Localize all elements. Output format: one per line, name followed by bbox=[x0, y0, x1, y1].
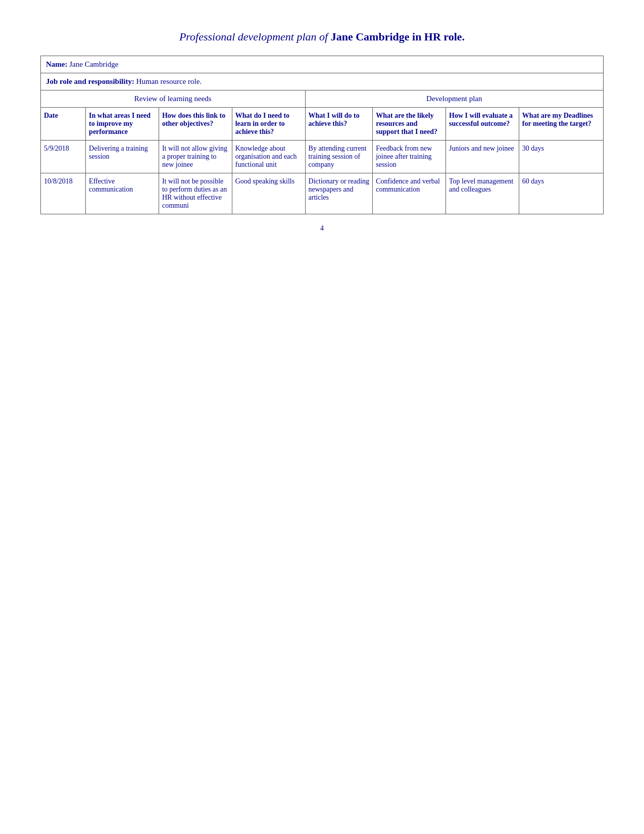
page-number: 4 bbox=[40, 224, 604, 233]
title-italic: Professional development plan of bbox=[179, 30, 328, 43]
section-header-row: Review of learning needs Development pla… bbox=[41, 90, 604, 108]
name-cell: Name: Jane Cambridge bbox=[41, 56, 604, 73]
row2-how-link: It will not be possible to perform dutie… bbox=[159, 173, 232, 214]
row1-areas: Delivering a training session bbox=[86, 141, 159, 173]
row2-what-achieve: Dictionary or reading newspapers and art… bbox=[305, 173, 373, 214]
row2-areas: Effective communication bbox=[86, 173, 159, 214]
row1-date: 5/9/2018 bbox=[41, 141, 86, 173]
row1-what-learn: Knowledge about organisation and each fu… bbox=[232, 141, 305, 173]
row2-resources: Confidence and verbal communication bbox=[373, 173, 446, 214]
col-header-deadlines: What are my Deadlines for meeting the ta… bbox=[519, 108, 603, 141]
row2-deadlines: 60 days bbox=[519, 173, 603, 214]
job-role-cell: Job role and responsibility: Human resou… bbox=[41, 73, 604, 90]
job-role-label: Job role and responsibility: bbox=[46, 77, 134, 85]
page-title: Professional development plan of Jane Ca… bbox=[40, 30, 604, 43]
review-header: Review of learning needs bbox=[41, 90, 306, 108]
row2-date: 10/8/2018 bbox=[41, 173, 86, 214]
job-role-row: Job role and responsibility: Human resou… bbox=[41, 73, 604, 90]
col-header-how-eval: How I will evaluate a successful outcome… bbox=[446, 108, 519, 141]
row1-resources: Feedback from new joinee after training … bbox=[373, 141, 446, 173]
col-header-date: Date bbox=[41, 108, 86, 141]
row1-deadlines: 30 days bbox=[519, 141, 603, 173]
table-row: 5/9/2018 Delivering a training session I… bbox=[41, 141, 604, 173]
col-header-what-learn: What do I need to learn in order to achi… bbox=[232, 108, 305, 141]
col-header-what-achieve: What I will do to achieve this? bbox=[305, 108, 373, 141]
row1-what-achieve: By attending current training session of… bbox=[305, 141, 373, 173]
main-table: Name: Jane Cambridge Job role and respon… bbox=[40, 56, 604, 214]
name-value: Jane Cambridge bbox=[69, 60, 118, 68]
col-header-row: Date In what areas I need to improve my … bbox=[41, 108, 604, 141]
job-role-value: Human resource role. bbox=[136, 77, 202, 85]
col-header-resources: What are the likely resources and suppor… bbox=[373, 108, 446, 141]
table-row: 10/8/2018 Effective communication It wil… bbox=[41, 173, 604, 214]
name-label: Name: bbox=[46, 60, 67, 68]
row2-what-learn: Good speaking skills bbox=[232, 173, 305, 214]
title-bold: Jane Cambridge in HR role. bbox=[331, 30, 465, 43]
col-header-how-link: How does this link to other objectives? bbox=[159, 108, 232, 141]
development-header: Development plan bbox=[305, 90, 603, 108]
row1-how-link: It will not allow giving a proper traini… bbox=[159, 141, 232, 173]
row2-how-eval: Top level management and colleagues bbox=[446, 173, 519, 214]
row1-how-eval: Juniors and new joinee bbox=[446, 141, 519, 173]
name-row: Name: Jane Cambridge bbox=[41, 56, 604, 73]
col-header-areas: In what areas I need to improve my perfo… bbox=[86, 108, 159, 141]
